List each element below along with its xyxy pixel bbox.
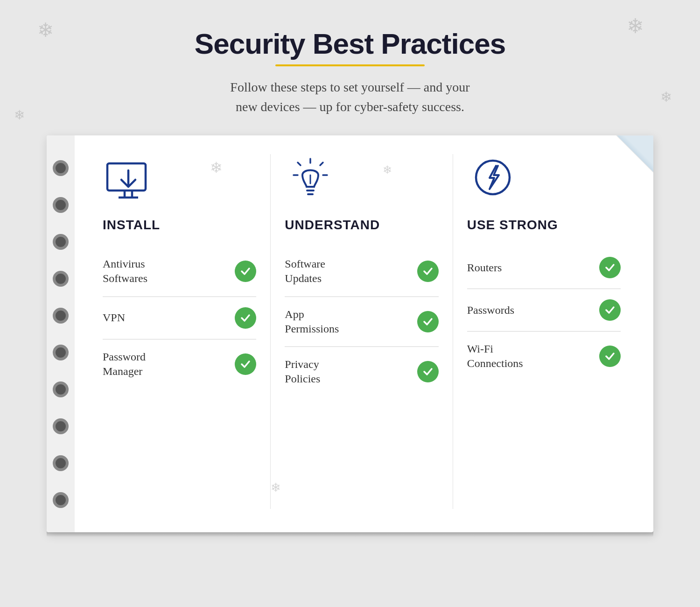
snowflake-left: ❄ bbox=[14, 107, 25, 123]
coil-2 bbox=[53, 197, 69, 213]
list-item: Passwords bbox=[467, 289, 621, 332]
page-title: Security Best Practices bbox=[195, 28, 505, 60]
check-vpn bbox=[235, 307, 256, 329]
notebook-content: INSTALL AntivirusSoftwares VPN bbox=[75, 135, 653, 532]
list-item: PasswordManager bbox=[103, 339, 256, 389]
lightbulb-icon bbox=[285, 154, 438, 210]
title-underline bbox=[275, 64, 425, 66]
list-item: SoftwareUpdates bbox=[285, 247, 438, 296]
check-routers bbox=[599, 257, 621, 278]
check-privacy-policies bbox=[417, 361, 439, 382]
list-item: VPN bbox=[103, 297, 256, 339]
spiral-binding bbox=[47, 135, 75, 532]
item-antivirus: AntivirusSoftwares bbox=[103, 257, 230, 286]
snowflake-top-left: ❄ bbox=[37, 19, 54, 42]
item-privacy-policies: PrivacyPolicies bbox=[285, 357, 412, 386]
list-item: Routers bbox=[467, 247, 621, 289]
list-item: AppPermissions bbox=[285, 297, 438, 347]
check-password-manager bbox=[235, 353, 256, 375]
page-wrapper: ❄ ❄ ❄ ❄ Security Best Practices Follow t… bbox=[0, 0, 700, 607]
svg-line-6 bbox=[320, 162, 323, 165]
svg-rect-0 bbox=[107, 163, 146, 191]
coil-1 bbox=[53, 160, 69, 176]
coil-7 bbox=[53, 381, 69, 397]
item-vpn: VPN bbox=[103, 311, 230, 325]
list-item: PrivacyPolicies bbox=[285, 347, 438, 396]
coil-9 bbox=[53, 455, 69, 471]
coil-4 bbox=[53, 271, 69, 287]
list-item: AntivirusSoftwares bbox=[103, 247, 256, 296]
coil-3 bbox=[53, 234, 69, 250]
monitor-download-icon bbox=[103, 154, 256, 210]
check-wifi-connections bbox=[599, 346, 621, 367]
check-passwords bbox=[599, 299, 621, 321]
use-strong-header: USE STRONG bbox=[467, 218, 621, 233]
understand-header: UNDERSTAND bbox=[285, 218, 438, 233]
page-curl bbox=[616, 135, 653, 173]
columns-row: INSTALL AntivirusSoftwares VPN bbox=[89, 154, 635, 509]
coil-10 bbox=[53, 492, 69, 508]
snowflake-top-right: ❄ bbox=[627, 14, 644, 38]
install-header: INSTALL bbox=[103, 218, 256, 233]
check-antivirus bbox=[235, 261, 256, 282]
item-wifi-connections: Wi-FiConnections bbox=[467, 342, 595, 371]
subtitle: Follow these steps to set yourself — and… bbox=[195, 78, 505, 117]
item-software-updates: SoftwareUpdates bbox=[285, 257, 412, 286]
item-passwords: Passwords bbox=[467, 303, 595, 318]
item-app-permissions: AppPermissions bbox=[285, 307, 412, 336]
check-software-updates bbox=[417, 261, 439, 282]
item-password-manager: PasswordManager bbox=[103, 350, 230, 379]
check-app-permissions bbox=[417, 311, 439, 332]
coil-5 bbox=[53, 308, 69, 324]
coil-6 bbox=[53, 345, 69, 360]
understand-column: UNDERSTAND SoftwareUpdates AppPermission… bbox=[271, 154, 453, 509]
coil-8 bbox=[53, 418, 69, 434]
item-routers: Routers bbox=[467, 261, 595, 275]
lightning-circle-icon bbox=[467, 154, 621, 210]
header-section: Security Best Practices Follow these ste… bbox=[195, 28, 505, 117]
install-column: INSTALL AntivirusSoftwares VPN bbox=[89, 154, 271, 509]
snowflake-right: ❄ bbox=[660, 89, 672, 105]
list-item: Wi-FiConnections bbox=[467, 332, 621, 381]
notebook-card: ❄ ❄ ❄ bbox=[47, 135, 653, 532]
svg-line-8 bbox=[298, 162, 301, 165]
use-strong-column: USE STRONG Routers Passwords bbox=[453, 154, 635, 509]
